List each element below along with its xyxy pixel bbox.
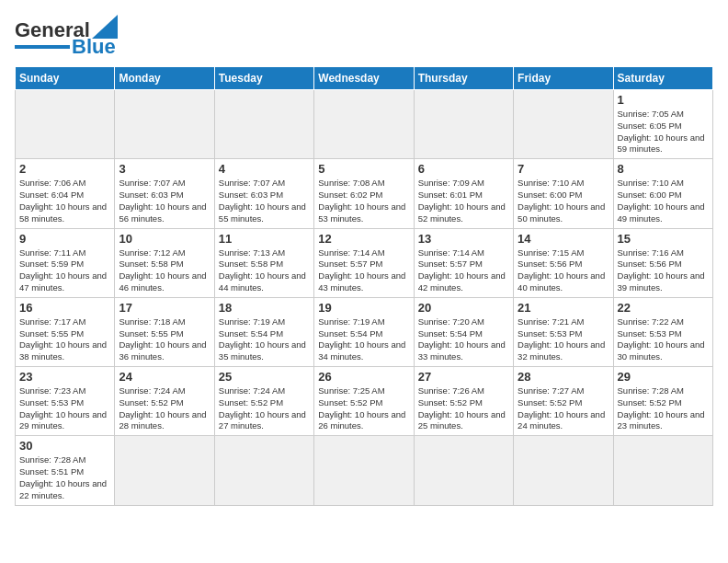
day-info: Sunrise: 7:19 AMSunset: 5:54 PMDaylight:… (318, 316, 409, 363)
calendar-cell: 20Sunrise: 7:20 AMSunset: 5:54 PMDayligh… (414, 297, 513, 366)
calendar-cell: 11Sunrise: 7:13 AMSunset: 5:58 PMDayligh… (214, 228, 313, 297)
day-number: 14 (518, 232, 609, 246)
day-number: 12 (318, 232, 409, 246)
day-number: 17 (119, 301, 210, 315)
day-number: 21 (518, 301, 609, 315)
header-friday: Friday (514, 67, 613, 90)
calendar-cell (16, 90, 115, 159)
day-number: 30 (19, 439, 110, 453)
day-number: 5 (318, 162, 409, 176)
day-number: 19 (318, 301, 409, 315)
day-number: 22 (618, 301, 709, 315)
day-number: 25 (219, 370, 310, 384)
day-info: Sunrise: 7:19 AMSunset: 5:54 PMDaylight:… (219, 316, 310, 363)
day-info: Sunrise: 7:16 AMSunset: 5:56 PMDaylight:… (618, 247, 709, 294)
calendar-cell (613, 436, 712, 505)
calendar-cell (115, 436, 214, 505)
calendar-cell: 2Sunrise: 7:06 AMSunset: 6:04 PMDaylight… (16, 159, 115, 228)
day-number: 11 (219, 232, 310, 246)
day-info: Sunrise: 7:24 AMSunset: 5:52 PMDaylight:… (119, 385, 210, 432)
calendar-cell: 5Sunrise: 7:08 AMSunset: 6:02 PMDaylight… (314, 159, 414, 228)
calendar-cell (314, 90, 414, 159)
header-monday: Monday (115, 67, 214, 90)
day-number: 10 (119, 232, 210, 246)
calendar-cell: 8Sunrise: 7:10 AMSunset: 6:00 PMDaylight… (613, 159, 712, 228)
day-number: 16 (19, 301, 110, 315)
calendar-cell (414, 436, 513, 505)
calendar-cell: 29Sunrise: 7:28 AMSunset: 5:52 PMDayligh… (613, 367, 712, 436)
day-number: 23 (19, 370, 110, 384)
day-info: Sunrise: 7:28 AMSunset: 5:51 PMDaylight:… (19, 454, 110, 501)
day-info: Sunrise: 7:21 AMSunset: 5:53 PMDaylight:… (518, 316, 609, 363)
day-info: Sunrise: 7:05 AMSunset: 6:05 PMDaylight:… (618, 109, 709, 155)
day-info: Sunrise: 7:07 AMSunset: 6:03 PMDaylight:… (219, 178, 310, 224)
calendar-cell: 1Sunrise: 7:05 AMSunset: 6:05 PMDaylight… (613, 90, 712, 159)
calendar-cell: 22Sunrise: 7:22 AMSunset: 5:53 PMDayligh… (613, 297, 712, 366)
day-number: 27 (418, 370, 509, 384)
header-tuesday: Tuesday (214, 67, 313, 90)
logo: General Blue (15, 15, 118, 57)
day-info: Sunrise: 7:14 AMSunset: 5:57 PMDaylight:… (418, 247, 509, 294)
day-number: 8 (618, 162, 709, 176)
day-number: 29 (618, 370, 709, 384)
day-number: 6 (418, 162, 509, 176)
day-number: 3 (119, 162, 210, 176)
day-info: Sunrise: 7:26 AMSunset: 5:52 PMDaylight:… (418, 385, 509, 432)
day-info: Sunrise: 7:24 AMSunset: 5:52 PMDaylight:… (219, 385, 310, 432)
day-info: Sunrise: 7:25 AMSunset: 5:52 PMDaylight:… (318, 385, 409, 432)
header: General Blue (15, 15, 713, 57)
header-wednesday: Wednesday (314, 67, 414, 90)
calendar-cell: 14Sunrise: 7:15 AMSunset: 5:56 PMDayligh… (514, 228, 613, 297)
calendar-cell: 15Sunrise: 7:16 AMSunset: 5:56 PMDayligh… (613, 228, 712, 297)
day-info: Sunrise: 7:18 AMSunset: 5:55 PMDaylight:… (119, 316, 210, 363)
calendar-cell (214, 90, 313, 159)
day-info: Sunrise: 7:11 AMSunset: 5:59 PMDaylight:… (19, 247, 110, 294)
calendar-cell (314, 436, 414, 505)
calendar-cell: 3Sunrise: 7:07 AMSunset: 6:03 PMDaylight… (115, 159, 214, 228)
calendar-cell: 10Sunrise: 7:12 AMSunset: 5:58 PMDayligh… (115, 228, 214, 297)
day-info: Sunrise: 7:23 AMSunset: 5:53 PMDaylight:… (19, 385, 110, 432)
day-number: 28 (518, 370, 609, 384)
calendar-cell: 7Sunrise: 7:10 AMSunset: 6:00 PMDaylight… (514, 159, 613, 228)
day-info: Sunrise: 7:22 AMSunset: 5:53 PMDaylight:… (618, 316, 709, 363)
day-number: 20 (418, 301, 509, 315)
calendar-cell: 6Sunrise: 7:09 AMSunset: 6:01 PMDaylight… (414, 159, 513, 228)
calendar-cell (115, 90, 214, 159)
day-info: Sunrise: 7:27 AMSunset: 5:52 PMDaylight:… (518, 385, 609, 432)
calendar-cell (414, 90, 513, 159)
day-number: 4 (219, 162, 310, 176)
day-number: 1 (618, 93, 709, 107)
calendar-cell: 9Sunrise: 7:11 AMSunset: 5:59 PMDaylight… (16, 228, 115, 297)
day-number: 26 (318, 370, 409, 384)
day-info: Sunrise: 7:13 AMSunset: 5:58 PMDaylight:… (219, 247, 310, 294)
calendar-cell: 13Sunrise: 7:14 AMSunset: 5:57 PMDayligh… (414, 228, 513, 297)
calendar-cell: 21Sunrise: 7:21 AMSunset: 5:53 PMDayligh… (514, 297, 613, 366)
day-number: 18 (219, 301, 310, 315)
day-info: Sunrise: 7:14 AMSunset: 5:57 PMDaylight:… (318, 247, 409, 294)
day-info: Sunrise: 7:08 AMSunset: 6:02 PMDaylight:… (318, 178, 409, 224)
calendar-cell (514, 436, 613, 505)
logo-blue-text: Blue (72, 37, 116, 57)
calendar-cell: 4Sunrise: 7:07 AMSunset: 6:03 PMDaylight… (214, 159, 313, 228)
day-number: 9 (19, 232, 110, 246)
calendar-cell: 18Sunrise: 7:19 AMSunset: 5:54 PMDayligh… (214, 297, 313, 366)
header-saturday: Saturday (613, 67, 712, 90)
calendar-cell: 16Sunrise: 7:17 AMSunset: 5:55 PMDayligh… (16, 297, 115, 366)
calendar-cell: 27Sunrise: 7:26 AMSunset: 5:52 PMDayligh… (414, 367, 513, 436)
calendar-cell (514, 90, 613, 159)
calendar-cell: 25Sunrise: 7:24 AMSunset: 5:52 PMDayligh… (214, 367, 313, 436)
calendar-cell: 19Sunrise: 7:19 AMSunset: 5:54 PMDayligh… (314, 297, 414, 366)
day-number: 13 (418, 232, 509, 246)
day-number: 24 (119, 370, 210, 384)
day-number: 7 (518, 162, 609, 176)
calendar-cell: 12Sunrise: 7:14 AMSunset: 5:57 PMDayligh… (314, 228, 414, 297)
weekday-header-row: Sunday Monday Tuesday Wednesday Thursday… (16, 67, 713, 90)
calendar-cell: 30Sunrise: 7:28 AMSunset: 5:51 PMDayligh… (16, 436, 115, 505)
day-info: Sunrise: 7:20 AMSunset: 5:54 PMDaylight:… (418, 316, 509, 363)
logo-bar (15, 45, 70, 49)
day-info: Sunrise: 7:07 AMSunset: 6:03 PMDaylight:… (119, 178, 210, 224)
day-info: Sunrise: 7:10 AMSunset: 6:00 PMDaylight:… (518, 178, 609, 224)
page: General Blue Sunday Monday Tuesday Wedne… (0, 0, 728, 515)
calendar-cell: 24Sunrise: 7:24 AMSunset: 5:52 PMDayligh… (115, 367, 214, 436)
day-number: 2 (19, 162, 110, 176)
